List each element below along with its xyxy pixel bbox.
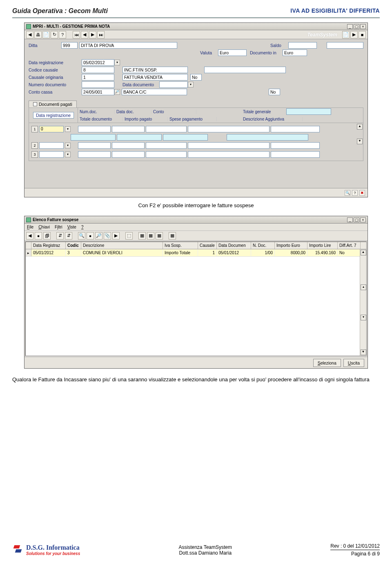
tb2-next-icon[interactable]: ▶	[112, 232, 120, 239]
row1-conto[interactable]	[146, 126, 187, 132]
doc-row-1[interactable]: 1 0 ▾	[31, 125, 354, 134]
lookup-icon[interactable]: 🔎	[114, 89, 120, 95]
col-data-documen[interactable]: Data Documen	[217, 242, 251, 249]
cod-caus-field[interactable]: 8	[82, 67, 114, 73]
tb2-grid1-icon[interactable]: ⬚	[125, 232, 133, 239]
scroll-down-icon[interactable]: ▼	[361, 349, 366, 355]
maximize-button[interactable]: ▢	[354, 217, 359, 222]
menu-help[interactable]: ?	[81, 225, 84, 229]
tb2-view4-icon[interactable]: ▦	[169, 232, 176, 239]
checkbox-icon[interactable]	[33, 102, 37, 106]
row2-datareg[interactable]	[39, 142, 64, 149]
tool-refresh-icon[interactable]: ↻	[51, 31, 58, 38]
seleziona-button[interactable]: Seleziona	[313, 359, 341, 367]
caus-orig-flag-field[interactable]: No	[190, 74, 202, 81]
tb2-back-icon[interactable]: ◀	[26, 232, 33, 239]
vertical-scrollbar[interactable]: ▲ ▴ ▾ ▼	[360, 249, 366, 356]
doc-row-2[interactable]: 2 ▾	[31, 141, 354, 150]
tb2-stop-icon[interactable]: ●	[35, 232, 42, 239]
fattura-row[interactable]: ▸ 05/01/2012 3 COMUNE DI VEROLI Importo …	[26, 249, 366, 257]
minimize-button[interactable]: _	[347, 217, 353, 222]
data-reg-field[interactable]: 05/02/2012	[82, 59, 114, 66]
row1-totdoc[interactable]	[71, 134, 116, 141]
tb2-rec-icon[interactable]: ●	[87, 232, 94, 239]
nav-last-icon[interactable]: ⏭	[97, 31, 105, 38]
row1-spese[interactable]	[163, 134, 208, 141]
row-number[interactable]: 3	[31, 151, 38, 158]
col-importo-lire[interactable]: Importo Lire	[307, 242, 338, 249]
tb2-sort1-icon[interactable]: ⇵	[56, 232, 64, 239]
tb2-view3-icon[interactable]: ▦	[156, 232, 163, 239]
menu-file[interactable]: File	[27, 225, 33, 229]
nav-next-icon[interactable]: ▶	[89, 31, 96, 38]
tool-right-doc-icon[interactable]: 📄	[342, 31, 350, 38]
tool-right-next-icon[interactable]: ▶	[350, 31, 358, 38]
cod-caus-desc-field[interactable]: INC.FT/IN SOSP.	[122, 67, 188, 73]
data-doc-field[interactable]	[159, 81, 188, 88]
tool-help-icon[interactable]: ?	[59, 31, 66, 38]
row1-imppag[interactable]	[117, 134, 162, 141]
caus-orig-desc-field[interactable]: FATTURA VENDITA	[122, 74, 188, 81]
conto-cassa-code-field[interactable]: 24/05/001	[82, 89, 114, 95]
calendar-icon-2[interactable]: ▾	[188, 82, 194, 87]
saldo-field[interactable]	[288, 42, 317, 49]
caus-orig-field[interactable]: 1	[82, 74, 114, 81]
uscita-button[interactable]: Uscita	[343, 359, 364, 367]
calendar-icon-row1[interactable]: ▾	[65, 126, 71, 132]
status-search-icon[interactable]: 🔍	[345, 190, 350, 196]
status-close-icon[interactable]: ✖	[359, 190, 365, 196]
doc-row-3[interactable]: 3 ▾	[31, 150, 354, 159]
valuta-field[interactable]: Euro	[218, 49, 247, 56]
col-codice[interactable]: Codic	[66, 242, 81, 249]
menu-viste[interactable]: Viste	[67, 225, 76, 229]
col-data-registraz[interactable]: Data Registraz	[31, 242, 66, 249]
row1-tot[interactable]	[271, 126, 320, 132]
col-ndoc[interactable]: N. Doc.	[251, 242, 275, 249]
titlebar[interactable]: MPRI - MULTI - GESTIONE PRIMA NOTA _ ▢ ×	[24, 23, 368, 30]
col-descrizione[interactable]: Descrizione	[81, 242, 163, 249]
menu-chiavi[interactable]: Chiavi	[38, 225, 50, 229]
tb2-view2-icon[interactable]: ▦	[147, 232, 154, 239]
scroll-up2-icon[interactable]: ▴	[361, 284, 366, 290]
conto-cassa-desc-field[interactable]: BANCA C/C	[122, 89, 187, 95]
tb2-copy-icon[interactable]: 🗐	[43, 232, 51, 239]
tb2-sort2-icon[interactable]: ⇵	[65, 232, 72, 239]
scroll-up-icon[interactable]: ▲	[357, 124, 363, 130]
col-importo-euro[interactable]: Importo Euro	[275, 242, 307, 249]
tool-right-stop-icon[interactable]: ■	[359, 31, 366, 38]
scroll-down-icon[interactable]: ▼	[357, 139, 363, 144]
scroll-up-icon[interactable]: ▲	[361, 250, 366, 255]
row3-datareg[interactable]	[39, 151, 64, 158]
row1-contod[interactable]	[188, 126, 270, 132]
nav-first-icon[interactable]: ⏮	[73, 31, 80, 38]
calendar-icon-row3[interactable]: ▾	[65, 152, 71, 157]
tb2-find-icon[interactable]: 🔍	[78, 232, 85, 239]
close-button[interactable]: ×	[360, 24, 366, 29]
tool-doc-icon[interactable]: 📄	[42, 31, 50, 38]
tool-print-icon[interactable]: 🖶	[34, 31, 42, 38]
tb2-view1-icon[interactable]: ▦	[138, 232, 146, 239]
num-doc-field[interactable]	[82, 81, 114, 88]
menu-filtri[interactable]: Filtri	[55, 225, 62, 229]
titlebar-2[interactable]: Elenco Fatture sospese _ ▢ ×	[24, 216, 368, 224]
ditta-name-field[interactable]: DITTA DI PROVA	[79, 42, 177, 49]
row1-datareg[interactable]: 0	[39, 126, 64, 132]
tb2-zoom-icon[interactable]: 🔎	[95, 232, 102, 239]
minimize-button[interactable]: _	[347, 24, 353, 29]
nav-prev-icon[interactable]: ◀	[81, 31, 88, 38]
col-causale[interactable]: Causale	[198, 242, 217, 249]
row1-numdoc[interactable]	[78, 126, 111, 132]
doc-in-field[interactable]: Euro	[283, 49, 307, 56]
col-iva-sosp[interactable]: Iva Sosp.	[163, 242, 198, 249]
conto-cassa-flag-field[interactable]: No	[269, 89, 280, 95]
calendar-icon-row2[interactable]: ▾	[65, 143, 71, 148]
cod-caus-extra-field[interactable]	[204, 67, 286, 73]
ditta-code-field[interactable]: 999	[61, 42, 78, 49]
maximize-button[interactable]: ▢	[354, 24, 359, 29]
row1-datadoc[interactable]	[112, 126, 145, 132]
tb2-attach-icon[interactable]: 📎	[104, 232, 111, 239]
totale-generale-field[interactable]	[286, 108, 331, 115]
scroll-dn2-icon[interactable]: ▾	[361, 315, 366, 320]
status-help-icon[interactable]: ?	[352, 190, 358, 196]
calendar-icon[interactable]: ▾	[114, 60, 120, 65]
